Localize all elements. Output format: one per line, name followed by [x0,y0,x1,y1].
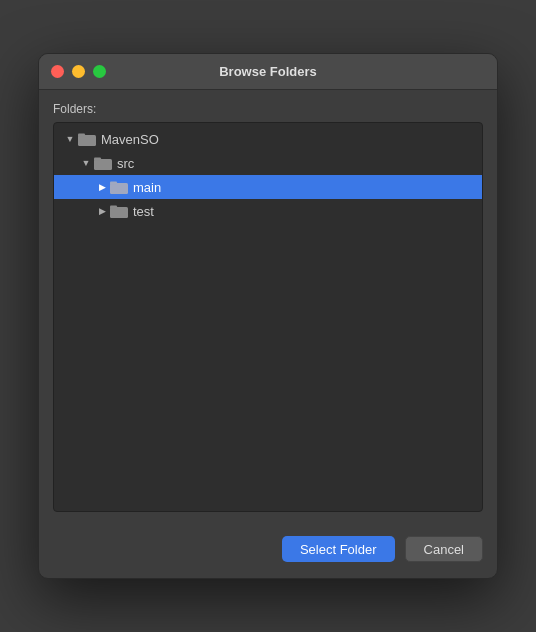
browse-folders-window: Browse Folders Folders: MavenSO [38,53,498,579]
folder-tree[interactable]: MavenSO src [53,122,483,512]
folder-icon-main [110,180,128,194]
svg-rect-7 [110,206,117,209]
folders-label: Folders: [53,102,483,116]
tree-item-src-label: src [117,156,134,171]
chevron-main [94,179,110,195]
svg-rect-1 [78,134,85,137]
svg-rect-0 [78,135,96,146]
tree-item-src[interactable]: src [54,151,482,175]
minimize-button[interactable] [72,65,85,78]
svg-rect-4 [110,183,128,194]
close-button[interactable] [51,65,64,78]
svg-rect-3 [94,158,101,161]
window-title: Browse Folders [219,64,317,79]
chevron-src [78,155,94,171]
folder-icon-mavenso [78,132,96,146]
folder-icon-test [110,204,128,218]
folder-icon-src [94,156,112,170]
svg-rect-2 [94,159,112,170]
svg-rect-5 [110,182,117,185]
svg-rect-6 [110,207,128,218]
maximize-button[interactable] [93,65,106,78]
titlebar: Browse Folders [39,54,497,90]
tree-item-main-label: main [133,180,161,195]
select-folder-button[interactable]: Select Folder [282,536,395,562]
tree-item-mavenso[interactable]: MavenSO [54,127,482,151]
tree-item-main[interactable]: main [54,175,482,199]
chevron-test [94,203,110,219]
footer: Select Folder Cancel [39,524,497,578]
content-area: Folders: MavenSO [39,90,497,524]
tree-item-mavenso-label: MavenSO [101,132,159,147]
tree-item-test[interactable]: test [54,199,482,223]
cancel-button[interactable]: Cancel [405,536,483,562]
tree-item-test-label: test [133,204,154,219]
window-controls [51,65,106,78]
chevron-mavenso [62,131,78,147]
